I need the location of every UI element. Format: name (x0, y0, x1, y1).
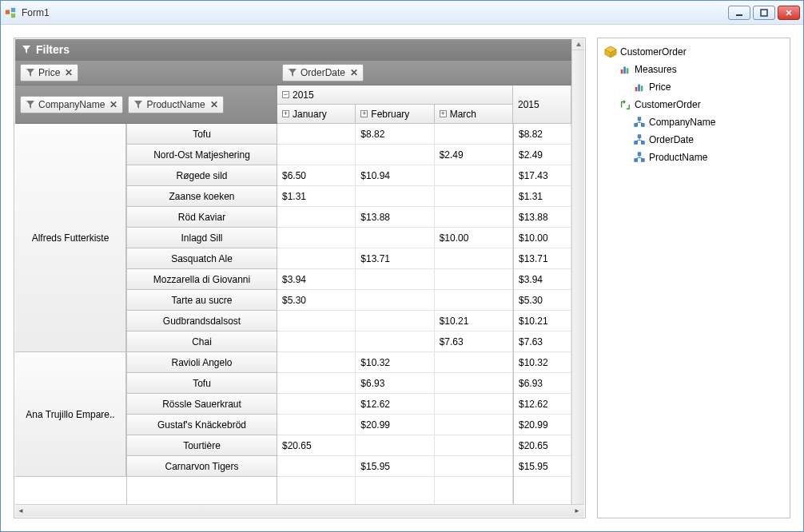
data-cell[interactable] (277, 394, 355, 415)
field-chip-orderdate[interactable]: OrderDate ✕ (282, 64, 364, 81)
data-cell[interactable] (435, 165, 512, 186)
column-header-month[interactable]: +March (435, 105, 513, 124)
total-cell[interactable]: $5.30 (514, 290, 571, 311)
column-area[interactable]: OrderDate ✕ (277, 61, 571, 85)
data-cell[interactable] (356, 311, 433, 332)
titlebar[interactable]: Form1 (1, 1, 803, 25)
field-chip-companyname[interactable]: CompanyName ✕ (20, 96, 123, 113)
data-cell[interactable] (356, 186, 433, 207)
data-cell[interactable]: $7.63 (435, 332, 512, 352)
total-cell[interactable]: $6.93 (514, 373, 571, 394)
tree-dimension-item[interactable]: CompanyName (631, 113, 785, 131)
close-icon[interactable]: ✕ (210, 99, 218, 110)
total-cell[interactable]: $10.21 (514, 311, 571, 332)
data-cell[interactable] (435, 290, 512, 311)
total-cell[interactable]: $12.62 (514, 394, 571, 415)
data-cell[interactable] (435, 456, 512, 477)
row-header-company[interactable]: Alfreds Futterkiste (15, 124, 126, 352)
data-cell[interactable]: $12.62 (356, 394, 433, 415)
expand-icon[interactable]: + (282, 110, 289, 117)
total-cell[interactable]: $10.00 (514, 228, 571, 248)
close-button[interactable] (778, 6, 800, 20)
data-cell[interactable]: $2.49 (435, 145, 512, 165)
data-cell[interactable] (435, 394, 512, 415)
row-header-product[interactable]: Røgede sild (127, 165, 277, 186)
column-header-month[interactable]: +February (356, 105, 434, 124)
maximize-button[interactable] (753, 6, 775, 20)
data-cell[interactable] (435, 207, 512, 228)
total-cell[interactable]: $15.95 (514, 456, 571, 477)
field-tree[interactable]: CustomerOrder Measures Price CustomerOrd… (597, 38, 790, 518)
data-cell[interactable] (435, 415, 512, 435)
data-cell[interactable] (277, 352, 355, 373)
collapse-icon[interactable]: − (282, 91, 289, 98)
column-header-month[interactable]: +January (277, 105, 356, 124)
row-header-product[interactable]: Tarte au sucre (127, 290, 277, 311)
data-cell[interactable]: $5.30 (277, 290, 355, 311)
row-header-product[interactable]: Röd Kaviar (127, 207, 277, 228)
data-cell[interactable]: $3.94 (277, 269, 355, 290)
close-icon[interactable]: ✕ (350, 67, 358, 78)
data-cell[interactable] (356, 332, 433, 352)
data-cell[interactable]: $20.99 (356, 415, 433, 435)
total-cell[interactable]: $13.71 (514, 248, 571, 269)
data-cell[interactable] (277, 145, 355, 165)
data-cell[interactable] (356, 290, 433, 311)
data-cell[interactable] (277, 332, 355, 352)
row-header-product[interactable]: Mozzarella di Giovanni (127, 269, 277, 290)
total-cell[interactable]: $3.94 (514, 269, 571, 290)
data-cell[interactable] (277, 373, 355, 394)
total-cell[interactable]: $7.63 (514, 332, 571, 352)
data-cell[interactable] (277, 456, 355, 477)
data-cell[interactable] (435, 435, 512, 456)
field-chip-productname[interactable]: ProductName ✕ (128, 96, 223, 113)
data-cell[interactable] (277, 248, 355, 269)
data-cell[interactable] (435, 124, 512, 145)
row-header-product[interactable]: Sasquatch Ale (127, 248, 277, 269)
data-cell[interactable] (435, 373, 512, 394)
data-cell[interactable]: $6.50 (277, 165, 355, 186)
total-cell[interactable]: $1.31 (514, 186, 571, 207)
total-cell[interactable]: $2.49 (514, 145, 571, 165)
row-header-product[interactable]: Carnarvon Tigers (127, 456, 277, 477)
data-cell[interactable] (356, 228, 433, 248)
row-area[interactable]: CompanyName ✕ ProductName ✕ (15, 85, 277, 124)
close-icon[interactable]: ✕ (65, 67, 73, 78)
data-cell[interactable]: $15.95 (356, 456, 433, 477)
row-header-product[interactable]: Tofu (127, 124, 277, 145)
data-cell[interactable] (277, 207, 355, 228)
horizontal-scrollbar[interactable]: ◄ ► (15, 504, 584, 517)
data-cell[interactable] (435, 186, 512, 207)
minimize-button[interactable] (728, 6, 750, 20)
tree-measures[interactable]: Measures (617, 61, 785, 78)
data-cell[interactable] (277, 228, 355, 248)
data-cell[interactable] (435, 269, 512, 290)
column-header-year[interactable]: − 2015 (277, 85, 513, 105)
field-chip-price[interactable]: Price ✕ (20, 64, 78, 81)
data-cell[interactable]: $10.00 (435, 228, 512, 248)
vertical-scrollbar[interactable] (571, 39, 584, 504)
close-icon[interactable]: ✕ (109, 99, 117, 110)
data-cell[interactable] (277, 415, 355, 435)
data-cell[interactable]: $13.71 (356, 248, 433, 269)
total-cell[interactable]: $10.32 (514, 352, 571, 373)
total-cell[interactable]: $8.82 (514, 124, 571, 145)
data-cell[interactable]: $10.32 (356, 352, 433, 373)
data-cell[interactable] (435, 248, 512, 269)
data-cell[interactable] (356, 269, 433, 290)
row-header-product[interactable]: Gudbrandsdalsost (127, 311, 277, 332)
data-cell[interactable]: $20.65 (277, 435, 355, 456)
total-cell[interactable]: $20.65 (514, 435, 571, 456)
data-cell[interactable]: $8.82 (356, 124, 433, 145)
tree-measure-item[interactable]: Price (631, 78, 785, 96)
row-header-product[interactable]: Tourtière (127, 435, 277, 456)
row-header-product[interactable]: Gustaf's Knäckebröd (127, 415, 277, 435)
total-cell[interactable]: $20.99 (514, 415, 571, 435)
data-cell[interactable] (277, 124, 355, 145)
data-cell[interactable] (435, 352, 512, 373)
expand-icon[interactable]: + (440, 110, 447, 117)
data-cell[interactable]: $13.88 (356, 207, 433, 228)
data-cell[interactable]: $6.93 (356, 373, 433, 394)
data-cell[interactable]: $10.21 (435, 311, 512, 332)
row-header-product[interactable]: Chai (127, 332, 277, 352)
